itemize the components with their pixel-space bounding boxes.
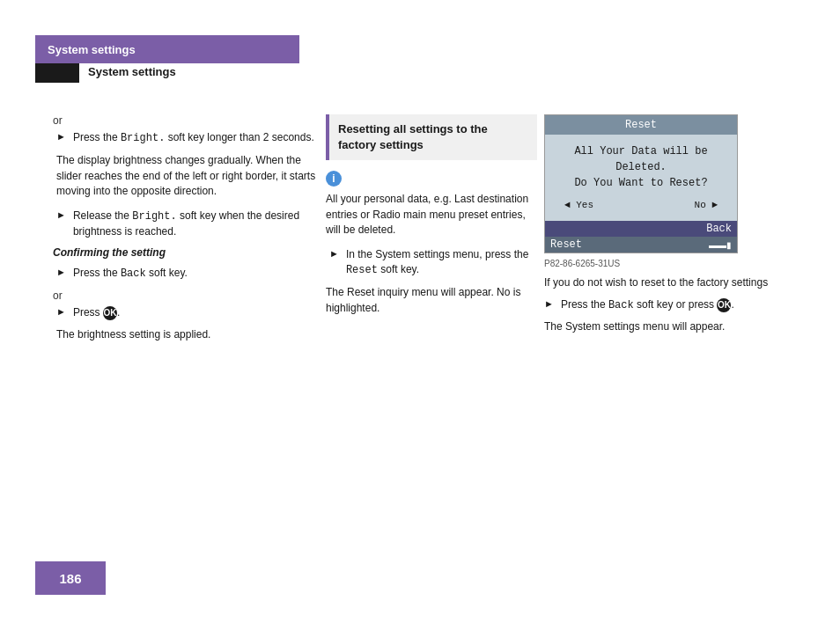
bullet-arrow-4: ►	[56, 306, 66, 317]
bullet-item-2: ► Release the Bright. soft key when the …	[53, 209, 326, 240]
header-title: System settings	[48, 43, 136, 56]
or-text-1: or	[53, 114, 326, 127]
header-purple-bar: System settings	[35, 35, 299, 63]
screen-bottom-icons: ▬▬▮	[709, 240, 732, 250]
reset-box-title: Resetting all settings to the factory se…	[338, 122, 488, 151]
ok-badge-1: OK	[103, 306, 117, 320]
ok-badge-2: OK	[717, 298, 731, 312]
middle-bullet-arrow-1: ►	[329, 248, 339, 259]
middle-column: Resetting all settings to the factory se…	[326, 114, 537, 325]
screen-bottom-label: Reset	[550, 238, 582, 251]
right-back-mono: Back	[608, 299, 634, 311]
page-number-box: 186	[35, 561, 106, 595]
screen-title-bar: Reset	[545, 115, 737, 135]
middle-bullet-text-1: In the System settings menu, press the R…	[346, 247, 537, 279]
para-text-1: The display brightness changes gradually…	[53, 153, 326, 199]
bright-mono-1: Bright.	[121, 132, 165, 144]
bullet-arrow-2: ►	[56, 209, 66, 220]
bullet-item-3: ► Press the Back soft key.	[53, 266, 326, 282]
image-reference: P82-86-6265-31US	[544, 259, 799, 268]
screen-line1: All Your Data will be	[574, 145, 707, 158]
subheader-label: System settings	[88, 65, 176, 78]
confirming-heading: Confirming the setting	[53, 246, 326, 259]
screen-bottom-bar: Reset ▬▬▮	[545, 237, 737, 253]
device-screen: Reset All Your Data will be Deleted. Do …	[544, 114, 738, 253]
bullet-text-3: Press the Back soft key.	[73, 266, 188, 282]
screen-line3: Do You Want to Reset?	[574, 177, 707, 189]
bullet-item-1: ► Press the Bright. soft key longer than…	[53, 130, 326, 146]
right-column: Reset All Your Data will be Deleted. Do …	[544, 114, 799, 341]
para-text-2: The brightness setting is applied.	[53, 327, 326, 342]
reset-settings-box: Resetting all settings to the factory se…	[326, 114, 537, 160]
screen-btn-no: No ►	[695, 200, 718, 210]
bullet-text-4: Press OK.	[73, 305, 120, 320]
screen-line2: Deleted.	[615, 161, 667, 173]
middle-bullet-1: ► In the System settings menu, press the…	[326, 247, 537, 279]
reset-mono: Reset	[346, 264, 378, 276]
info-icon: i	[326, 171, 342, 187]
screen-body-text: All Your Data will be Deleted. Do You Wa…	[557, 143, 725, 191]
bullet-arrow-1: ►	[56, 131, 66, 142]
or-text-2: or	[53, 289, 326, 302]
right-para-2: The System settings menu will appear.	[544, 319, 791, 334]
bullet-item-4: ► Press OK.	[53, 305, 326, 320]
middle-para-1: All your personal data, e.g. Last destin…	[326, 192, 537, 238]
right-bullet-arrow-1: ►	[544, 298, 554, 309]
screen-back-label: Back	[706, 223, 732, 235]
screen-btn-yes: ◄ Yes	[564, 200, 593, 210]
right-bullet-text-1: Press the Back soft key or press OK.	[561, 297, 734, 313]
right-para-1: If you do not wish to reset to the facto…	[544, 275, 791, 290]
back-mono-1: Back	[121, 267, 146, 280]
screen-buttons-row: ◄ Yes No ►	[557, 200, 725, 210]
right-bullet-1: ► Press the Back soft key or press OK.	[544, 297, 791, 313]
page-number: 186	[59, 571, 81, 586]
bullet-text-1: Press the Bright. soft key longer than 2…	[73, 130, 314, 146]
screen-back-bar: Back	[545, 221, 737, 237]
middle-para-2: The Reset inquiry menu will appear. No i…	[326, 285, 537, 316]
header-black-bar	[35, 63, 79, 83]
screen-body: All Your Data will be Deleted. Do You Wa…	[545, 135, 737, 221]
bright-mono-2: Bright.	[132, 210, 176, 223]
screen-title: Reset	[625, 119, 657, 131]
left-column: or ► Press the Bright. soft key longer t…	[53, 114, 326, 352]
bullet-arrow-3: ►	[56, 267, 66, 277]
bullet-text-2: Release the Bright. soft key when the de…	[73, 209, 326, 240]
